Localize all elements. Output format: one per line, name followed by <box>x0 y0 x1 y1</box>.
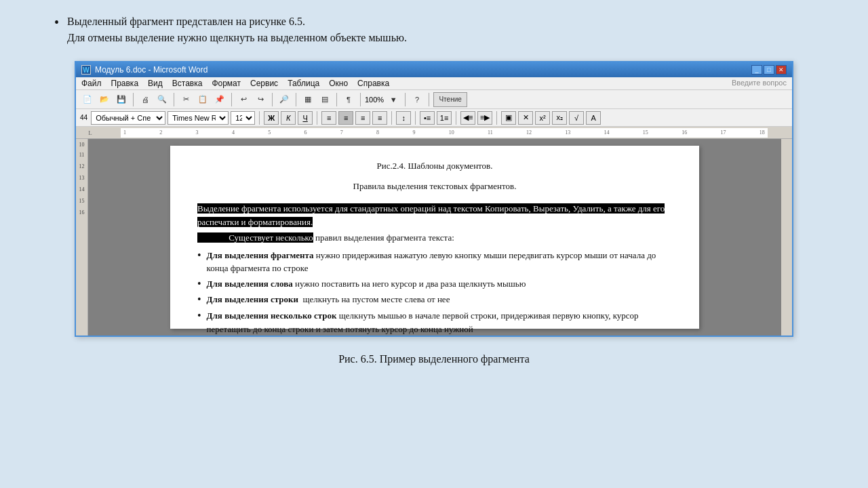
sep8 <box>405 93 406 106</box>
increase-indent-btn[interactable]: ≡▶ <box>477 111 492 125</box>
find-btn[interactable]: 🔎 <box>277 92 292 107</box>
bullet-content: Выделенный фрагмент представлен на рисун… <box>67 14 407 46</box>
highlight-btn[interactable]: ✕ <box>518 111 533 125</box>
font-dropdown[interactable]: Times New Roman <box>167 111 229 125</box>
word-ruler: L 12345 678910 1112131415 161718 <box>76 127 792 139</box>
doc-paragraph1: Выделение фрагмента используется для ста… <box>197 202 672 228</box>
new-btn[interactable]: 📄 <box>80 92 95 107</box>
bullet-dot-3: • <box>197 293 201 307</box>
maximize-button[interactable]: □ <box>764 65 774 75</box>
menu-view[interactable]: Вид <box>148 79 163 88</box>
doc-paragraph2: Существует несколько правил выделения фр… <box>197 231 672 245</box>
sub-btn[interactable]: x² <box>535 111 550 125</box>
menu-format[interactable]: Формат <box>212 79 241 88</box>
undo-btn[interactable]: ↩ <box>236 92 251 107</box>
scrollbar-right[interactable] <box>781 139 792 336</box>
bullets-btn[interactable]: •≡ <box>420 111 435 125</box>
zoom-dropdown[interactable]: ▼ <box>386 92 401 107</box>
align-left-btn[interactable]: ≡ <box>321 111 336 125</box>
sup-btn[interactable]: x₂ <box>552 111 567 125</box>
doc-bullet-2: • Для выделения слова нужно поставить на… <box>197 277 672 291</box>
align-justify-btn[interactable]: ≡ <box>372 111 387 125</box>
ruler-marks: 12345 678910 1112131415 161718 <box>121 129 768 136</box>
bullet-dot: • <box>54 14 59 31</box>
size-dropdown[interactable]: 12 <box>231 111 255 125</box>
minimize-button[interactable]: _ <box>751 65 762 75</box>
cut-btn[interactable]: ✂ <box>178 92 193 107</box>
preview-btn[interactable]: 🔍 <box>155 92 170 107</box>
menu-table[interactable]: Таблица <box>288 79 319 88</box>
sep2 <box>174 93 174 106</box>
left-ruler: 10 11 12 13 14 15 16 <box>76 139 88 336</box>
underline-btn[interactable]: Ч <box>298 111 313 125</box>
menu-window[interactable]: Окно <box>329 79 348 88</box>
line-spacing-btn[interactable]: ↕ <box>396 111 411 125</box>
bold-btn[interactable]: Ж <box>264 111 279 125</box>
word-title: Модуль 6.doc - Microsoft Word <box>95 65 747 75</box>
reading-btn[interactable]: Чтение <box>433 92 467 107</box>
sqrt-btn[interactable]: √ <box>569 111 584 125</box>
sep4 <box>272 93 273 106</box>
menu-file[interactable]: Файл <box>81 79 102 88</box>
numbering-btn[interactable]: 1≡ <box>437 111 452 125</box>
toolbar1: 📄 📂 💾 🖨 🔍 ✂ 📋 📌 ↩ ↪ 🔎 ▦ ▤ ¶ 100% ▼ ? <box>76 90 792 109</box>
sep3 <box>231 93 232 106</box>
help-btn[interactable]: ? <box>410 92 425 107</box>
italic-btn[interactable]: К <box>281 111 296 125</box>
doc-bullet-4: • Для выделения несколько строк щелкнуть… <box>197 309 672 336</box>
copy-btn[interactable]: 📋 <box>195 92 210 107</box>
menu-service[interactable]: Сервис <box>250 79 278 88</box>
close-button[interactable]: ✕ <box>776 65 787 75</box>
titlebar-controls: _ □ ✕ <box>751 65 787 75</box>
paste-btn[interactable]: 📌 <box>212 92 227 107</box>
sep-fmt6 <box>496 111 497 125</box>
font-color-btn[interactable]: A <box>586 111 601 125</box>
redo-btn[interactable]: ↪ <box>253 92 268 107</box>
doc-page: Рис.2.4. Шаблоны документов. Правила выд… <box>170 146 699 329</box>
align-right-btn[interactable]: ≡ <box>355 111 370 125</box>
ruler-inner: 12345 678910 1112131415 161718 <box>121 128 768 138</box>
word-titlebar: W Модуль 6.doc - Microsoft Word _ □ ✕ <box>76 62 792 77</box>
menu-insert[interactable]: Вставка <box>172 79 203 88</box>
bullet-dot-1: • <box>197 249 201 263</box>
table-btn[interactable]: ▦ <box>300 92 315 107</box>
sep-fmt4 <box>415 111 416 125</box>
sep7 <box>360 93 361 106</box>
zoom-label: 100% <box>365 96 384 104</box>
word-page: Рис.2.4. Шаблоны документов. Правила выд… <box>88 139 781 336</box>
bullet-text-section: • Выделенный фрагмент представлен на рис… <box>54 14 814 49</box>
word-content-area: 10 11 12 13 14 15 16 Рис.2.4. Шаблоны до… <box>76 139 792 336</box>
bullet-dot-4: • <box>197 309 201 323</box>
print-btn[interactable]: 🖨 <box>138 92 153 107</box>
decrease-indent-btn[interactable]: ◀≡ <box>460 111 475 125</box>
columns-btn[interactable]: ▤ <box>317 92 332 107</box>
doc-subheading: Правила выделения текстовых фрагментов. <box>197 180 672 193</box>
style-label: 44 <box>80 114 87 121</box>
menu-edit[interactable]: Правка <box>111 79 139 88</box>
toolbar2: 44 Обычный + Спе Times New Roman 12 Ж К … <box>76 109 792 127</box>
save-btn[interactable]: 💾 <box>114 92 129 107</box>
border-btn[interactable]: ▣ <box>501 111 516 125</box>
sep1 <box>133 93 134 106</box>
open-btn[interactable]: 📂 <box>97 92 112 107</box>
align-center-btn[interactable]: ≡ <box>338 111 353 125</box>
bullet-item: • Выделенный фрагмент представлен на рис… <box>54 14 814 46</box>
word-window: W Модуль 6.doc - Microsoft Word _ □ ✕ Фа… <box>75 61 793 337</box>
menu-help[interactable]: Справка <box>357 79 389 88</box>
sep-fmt3 <box>391 111 392 125</box>
bullet-dot-2: • <box>197 277 201 291</box>
search-box-label: Введите вопрос <box>732 79 787 88</box>
highlighted-text1: Выделение фрагмента используется для ста… <box>197 203 665 227</box>
bullet-text-3: Для выделения строки щелкнуть на пустом … <box>207 293 450 306</box>
highlighted-text2: Существует несколько <box>197 232 313 243</box>
sep-fmt1 <box>259 111 260 125</box>
sep9 <box>429 93 429 106</box>
bullet-text-2: Для выделения слова нужно поставить на н… <box>207 277 526 291</box>
sep-fmt5 <box>456 111 456 125</box>
bullet-line2: Для отмены выделение нужно щелкнуть на в… <box>67 32 407 43</box>
bullet-line1: Выделенный фрагмент представлен на рисун… <box>67 16 305 27</box>
para-btn[interactable]: ¶ <box>341 92 356 107</box>
sep5 <box>296 93 296 106</box>
word-app-icon: W <box>81 65 91 75</box>
style-dropdown[interactable]: Обычный + Спе <box>91 111 165 125</box>
